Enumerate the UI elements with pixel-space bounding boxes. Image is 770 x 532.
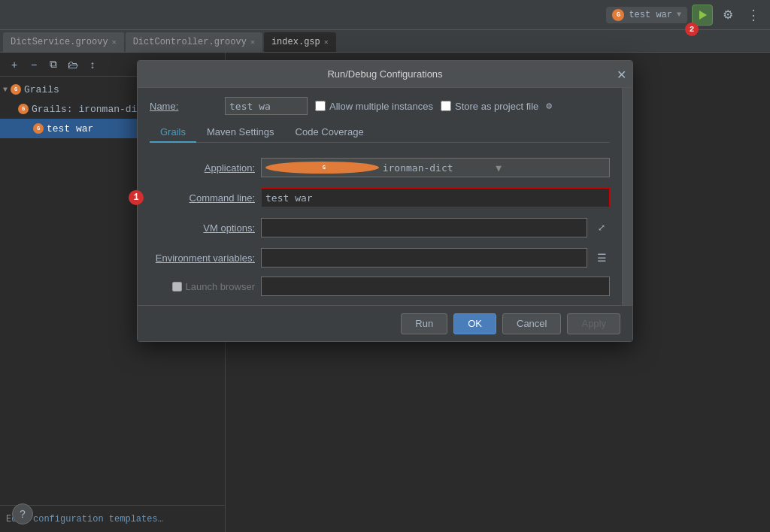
env-browse-button[interactable]: ☰	[593, 249, 610, 266]
dialog-title: Run/Debug Configurations	[327, 68, 442, 80]
store-gear-icon[interactable]: ⚙	[546, 100, 552, 112]
run-button-footer[interactable]: Run	[401, 313, 447, 334]
dialog-body: Name: Allow multiple instances Store as …	[138, 88, 622, 305]
tab-dictservice[interactable]: DictService.groovy ✕	[3, 32, 124, 52]
help-button[interactable]: ?	[12, 503, 33, 524]
command-line-input[interactable]	[261, 188, 610, 207]
allow-multiple-label: Allow multiple instances	[315, 101, 433, 112]
dialog-content-row: Name: Allow multiple instances Store as …	[138, 88, 632, 305]
apply-button[interactable]: Apply	[567, 313, 620, 334]
command-line-row: Command line:	[150, 186, 610, 209]
tab-label: DictService.groovy	[11, 37, 108, 47]
apply-label: Apply	[581, 318, 606, 329]
dialog-close-button[interactable]: ✕	[617, 67, 626, 81]
tab-label: DictController.groovy	[133, 37, 247, 47]
launch-browser-row: Launch browser	[150, 277, 610, 296]
gear-icon: ⚙	[723, 8, 733, 22]
expand-icon: ⤢	[598, 222, 605, 233]
allow-multiple-checkbox[interactable]	[315, 101, 326, 111]
tab-code-coverage[interactable]: Code Coverage	[285, 122, 374, 143]
env-variables-row: Environment variables: ☰	[150, 246, 610, 269]
store-project-label: Store as project file	[441, 101, 538, 112]
ok-label: OK	[468, 318, 482, 329]
env-variables-label: Environment variables:	[150, 252, 255, 264]
badge-1: 1	[129, 190, 144, 205]
cancel-button[interactable]: Cancel	[502, 313, 561, 334]
expand-vm-button[interactable]: ⤢	[593, 219, 610, 236]
dialog-tabs: Grails Maven Settings Code Coverage	[150, 122, 610, 143]
close-icon: ✕	[617, 68, 626, 80]
launch-url-input[interactable]	[261, 277, 610, 296]
name-input[interactable]	[225, 97, 308, 115]
dialog-footer: ? Run OK Cancel Apply	[138, 305, 632, 341]
tab-close-icon[interactable]: ✕	[250, 38, 255, 47]
env-variables-input[interactable]	[261, 248, 587, 268]
svg-marker-0	[699, 11, 707, 20]
name-row: Name: Allow multiple instances Store as …	[150, 97, 610, 115]
more-button[interactable]: ⋮	[743, 5, 764, 26]
ok-button[interactable]: OK	[453, 313, 496, 334]
tab-label: index.gsp	[271, 37, 320, 47]
run-config-selector[interactable]: G test war ▼	[606, 7, 687, 23]
env-browse-icon: ☰	[597, 252, 607, 264]
store-project-checkbox[interactable]	[441, 101, 451, 111]
tab-dictcontroller[interactable]: DictController.groovy ✕	[126, 32, 262, 52]
more-icon: ⋮	[747, 7, 760, 23]
badge-2: 2	[685, 23, 699, 36]
dialog-scrollbar[interactable]	[622, 88, 632, 305]
application-label: Application:	[150, 162, 255, 174]
run-button[interactable]	[692, 5, 713, 26]
run-debug-dialog: Run/Debug Configurations ✕ Name:	[137, 60, 633, 342]
settings-button[interactable]: ⚙	[717, 5, 738, 26]
main-area: + − ⧉ 🗁 ↕ ▼ G Grails G Grails: ir	[0, 53, 770, 532]
vm-options-input[interactable]	[261, 218, 587, 237]
command-line-container: 1 Command line:	[150, 186, 610, 209]
application-value: ironman-dict	[379, 162, 493, 174]
editor-tabs: DictService.groovy ✕ DictController.groo…	[0, 30, 770, 53]
dialog-main: Name: Allow multiple instances Store as …	[138, 88, 622, 305]
tab-modified-icon: ✕	[324, 38, 329, 47]
grails-icon: G	[612, 9, 624, 21]
app-grails-icon: G	[265, 162, 379, 174]
chevron-down-icon: ▼	[677, 11, 681, 19]
launch-browser-checkbox[interactable]	[172, 282, 182, 292]
run-label: Run	[415, 318, 433, 329]
tab-grails[interactable]: Grails	[150, 122, 196, 143]
cancel-label: Cancel	[517, 318, 547, 329]
tab-close-icon[interactable]: ✕	[112, 38, 117, 47]
command-line-label: Command line:	[150, 192, 255, 204]
dialog-title-bar: Run/Debug Configurations ✕	[138, 61, 632, 88]
dialog-overlay: Run/Debug Configurations ✕ Name:	[0, 53, 770, 532]
application-select[interactable]: G ironman-dict ▼	[261, 158, 610, 177]
name-label: Name:	[150, 101, 217, 112]
vm-options-label: VM options:	[150, 222, 255, 234]
vm-options-row: VM options: ⤢	[150, 216, 610, 239]
chevron-down-icon: ▼	[492, 162, 605, 174]
tab-maven-settings[interactable]: Maven Settings	[196, 122, 285, 143]
top-bar: G test war ▼ ⚙ ⋮	[0, 0, 770, 30]
tab-index-gsp[interactable]: index.gsp ✕	[264, 32, 336, 52]
play-icon	[697, 10, 708, 20]
launch-browser-label: Launch browser	[150, 281, 255, 292]
run-config-name: test war	[629, 10, 672, 20]
application-row: Application: G ironman-dict ▼	[150, 156, 610, 179]
